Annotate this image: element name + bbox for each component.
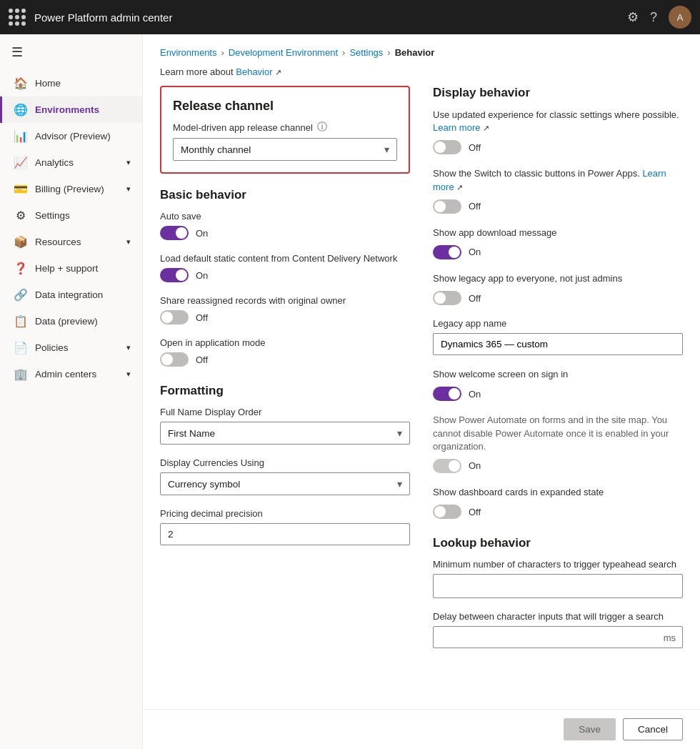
switch-classic-toggle[interactable] — [433, 199, 461, 214]
analytics-icon: 📈 — [14, 156, 28, 169]
sidebar-item-environments[interactable]: 🌐 Environments — [0, 96, 142, 123]
updated-experience-subsection: Use updated experience for classic setti… — [433, 109, 683, 154]
formatting-section: Formatting Full Name Display Order First… — [160, 384, 410, 545]
delay-input[interactable] — [433, 626, 683, 648]
sidebar-label-settings: Settings — [35, 210, 70, 221]
topbar: Power Platform admin center ⚙ ? A — [0, 0, 700, 34]
display-behavior-section: Display behavior Use updated experience … — [433, 86, 683, 519]
app-download-desc: Show app download message — [433, 227, 683, 239]
sidebar-label-resources: Resources — [35, 237, 81, 247]
sidebar-item-home[interactable]: 🏠 Home — [0, 70, 142, 96]
data-integration-icon: 🔗 — [14, 288, 28, 302]
gear-icon[interactable]: ⚙ — [627, 9, 639, 25]
app-grid-icon[interactable] — [9, 9, 26, 26]
typeahead-subsection: Minimum number of characters to trigger … — [433, 559, 683, 598]
info-icon[interactable]: ⓘ — [317, 121, 327, 134]
sidebar-label-advisor: Advisor (Preview) — [35, 131, 111, 142]
auto-save-toggle-row: On — [160, 226, 410, 240]
sidebar-label-analytics: Analytics — [35, 157, 74, 168]
breadcrumb-settings[interactable]: Settings — [349, 47, 383, 58]
sidebar-label-admin-centers: Admin centers — [35, 369, 96, 380]
display-currencies-label: Display Currencies Using — [160, 457, 410, 468]
environments-icon: 🌐 — [14, 103, 28, 116]
share-reassigned-toggle[interactable] — [160, 310, 189, 324]
release-channel-dropdown[interactable]: Monthly channel ▾ — [173, 138, 397, 161]
updated-experience-link-icon: ↗ — [483, 124, 489, 132]
help-icon[interactable]: ? — [650, 10, 657, 25]
learn-more-prefix: Learn more about — [160, 66, 234, 77]
external-link-icon: ↗ — [275, 68, 281, 76]
pricing-decimal-input[interactable] — [160, 523, 410, 545]
save-button[interactable]: Save — [564, 718, 616, 740]
breadcrumb: Environments › Development Environment ›… — [143, 34, 700, 64]
sidebar-item-resources[interactable]: 📦 Resources ▾ — [0, 229, 142, 255]
hamburger-button[interactable]: ☰ — [0, 34, 142, 70]
sidebar-item-admin-centers[interactable]: 🏢 Admin centers ▾ — [0, 361, 142, 387]
legacy-app-name-label: Legacy app name — [433, 318, 683, 329]
cancel-button[interactable]: Cancel — [623, 718, 683, 740]
delay-subsection: Delay between character inputs that will… — [433, 611, 683, 648]
policies-chevron: ▾ — [126, 343, 131, 352]
updated-experience-toggle-label: Off — [469, 142, 481, 153]
legacy-app-toggle[interactable] — [433, 291, 461, 305]
full-name-dropdown[interactable]: First Name ▾ — [160, 422, 410, 445]
legacy-app-toggle-label: Off — [469, 293, 481, 304]
advisor-icon: 📊 — [14, 129, 28, 143]
sidebar-label-environments: Environments — [35, 104, 99, 115]
switch-classic-toggle-label: Off — [469, 201, 481, 212]
right-column: Display behavior Use updated experience … — [433, 86, 683, 692]
load-static-toggle-label: On — [196, 270, 208, 281]
full-name-chevron: ▾ — [397, 427, 402, 439]
load-static-toggle[interactable] — [160, 268, 189, 282]
typeahead-input[interactable] — [433, 574, 683, 598]
avatar[interactable]: A — [669, 6, 691, 29]
sidebar-item-settings[interactable]: ⚙ Settings — [0, 202, 142, 229]
dashboard-cards-toggle[interactable] — [433, 505, 461, 519]
content-body: Release channel Model-driven app release… — [143, 86, 700, 709]
legacy-app-desc: Show legacy app to everyone, not just ad… — [433, 272, 683, 285]
load-static-toggle-row: On — [160, 268, 410, 282]
sidebar-label-policies: Policies — [35, 342, 69, 353]
sidebar-item-policies[interactable]: 📄 Policies ▾ — [0, 334, 142, 361]
breadcrumb-sep-3: › — [387, 47, 390, 58]
share-reassigned-subsection: Share reassigned records with original o… — [160, 295, 410, 324]
updated-experience-toggle[interactable] — [433, 140, 461, 154]
welcome-screen-toggle-row: On — [433, 387, 683, 401]
full-name-subsection: Full Name Display Order First Name ▾ — [160, 407, 410, 445]
auto-save-subsection: Auto save On — [160, 211, 410, 240]
legacy-app-name-input[interactable] — [433, 333, 683, 355]
open-app-mode-subsection: Open in application mode Off — [160, 337, 410, 367]
power-automate-subsection: Show Power Automate on forms and in the … — [433, 414, 683, 473]
power-automate-toggle — [433, 459, 461, 473]
open-app-mode-toggle[interactable] — [160, 352, 189, 367]
release-channel-dropdown-value: Monthly channel — [181, 144, 251, 155]
resources-icon: 📦 — [14, 235, 28, 249]
learn-more-link[interactable]: Behavior — [236, 66, 272, 77]
learn-more-bar: Learn more about Behavior ↗ — [143, 64, 700, 86]
updated-experience-link[interactable]: Learn more — [433, 122, 480, 133]
switch-classic-subsection: Show the Switch to classic buttons in Po… — [433, 167, 683, 213]
app-title: Power Platform admin center — [34, 11, 619, 24]
open-app-mode-toggle-row: Off — [160, 352, 410, 367]
breadcrumb-sep-2: › — [342, 47, 345, 58]
breadcrumb-dev-env[interactable]: Development Environment — [229, 47, 338, 58]
release-channel-field-label: Model-driven app release channel ⓘ — [173, 121, 397, 134]
display-currencies-dropdown[interactable]: Currency symbol ▾ — [160, 472, 410, 495]
sidebar-item-analytics[interactable]: 📈 Analytics ▾ — [0, 149, 142, 176]
app-download-toggle[interactable] — [433, 245, 461, 259]
auto-save-toggle[interactable] — [160, 226, 189, 240]
delay-suffix: ms — [664, 632, 676, 643]
breadcrumb-environments[interactable]: Environments — [160, 47, 216, 58]
sidebar-item-data-integration[interactable]: 🔗 Data integration — [0, 282, 142, 308]
welcome-screen-toggle[interactable] — [433, 387, 461, 401]
sidebar-item-billing[interactable]: 💳 Billing (Preview) ▾ — [0, 176, 142, 202]
sidebar-item-advisor[interactable]: 📊 Advisor (Preview) — [0, 123, 142, 149]
updated-experience-toggle-row: Off — [433, 140, 683, 154]
basic-behavior-title: Basic behavior — [160, 188, 410, 202]
sidebar-item-data-preview[interactable]: 📋 Data (preview) — [0, 308, 142, 334]
load-static-label: Load default static content from Content… — [160, 253, 410, 264]
full-name-label: Full Name Display Order — [160, 407, 410, 417]
left-column: Release channel Model-driven app release… — [160, 86, 410, 692]
policies-icon: 📄 — [14, 341, 28, 354]
sidebar-item-help[interactable]: ❓ Help + support — [0, 255, 142, 282]
